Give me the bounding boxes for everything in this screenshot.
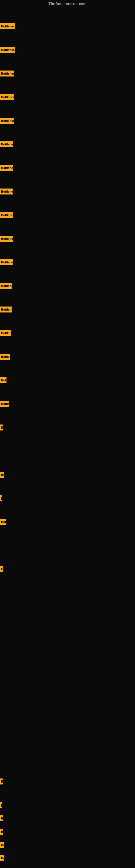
bottleneck-result-label: Bottlene — [0, 354, 10, 360]
bottleneck-result-label: Bottlen — [0, 401, 9, 407]
bar-row: Bo — [0, 471, 4, 478]
site-title: TheBottlenecker.com — [0, 0, 135, 8]
bar-row: Bottleneck res — [0, 211, 13, 219]
bar-row: Bottleneck result — [0, 23, 15, 30]
bottleneck-result-label: Bottleneck resu — [0, 94, 14, 100]
bottleneck-result-label: Bottleneck res — [0, 236, 13, 242]
bottleneck-result-label: E — [0, 815, 3, 822]
bar-row: Bo — [0, 841, 4, 849]
bar-row: Bottlen — [0, 400, 9, 408]
bar-row: E — [0, 565, 3, 573]
bottleneck-result-label: Bottleneck res — [0, 165, 13, 171]
bottleneck-result-label: Bottleneck resu — [0, 118, 14, 124]
bottleneck-result-label: Bot — [0, 377, 6, 383]
bottleneck-result-label: Bottleneck result — [0, 23, 15, 29]
bottleneck-result-label: Bottleneck resu — [0, 70, 14, 76]
bar-row: | — [0, 495, 2, 502]
bar-row: Bottleneck re — [0, 329, 11, 337]
bottleneck-result-label: Bottleneck res — [0, 141, 13, 147]
bottleneck-result-label: Bo — [0, 842, 4, 848]
bottleneck-result-label: Bottleneck res — [0, 259, 13, 265]
bar-row: Bott — [0, 518, 6, 526]
bottleneck-result-label: Bottleneck re — [0, 283, 12, 289]
bar-row: Bottleneck re — [0, 306, 12, 313]
bar-row: E — [0, 778, 3, 785]
bar-row: Bo — [0, 855, 4, 862]
bottleneck-result-label: Bo — [0, 855, 4, 861]
bottleneck-result-label: E — [0, 566, 3, 572]
bar-row: Bottlene — [0, 353, 10, 361]
bar-row: Bottleneck res — [0, 188, 13, 195]
bar-row: Bottleneck res — [0, 164, 13, 172]
bar-row: Bottleneck resu — [0, 93, 14, 101]
bottleneck-result-label: Bottleneck result — [0, 47, 15, 53]
bar-row: Bottleneck resu — [0, 117, 14, 124]
bottleneck-result-label: | — [0, 495, 2, 501]
bar-row: B — [0, 828, 3, 835]
bar-row: Bottleneck resu — [0, 70, 14, 77]
bottleneck-result-label: Bottleneck re — [0, 307, 12, 312]
bottleneck-result-label: B — [0, 425, 3, 431]
bottleneck-result-label: Bottleneck res — [0, 188, 13, 194]
bottleneck-result-label: Bottleneck res — [0, 212, 13, 218]
bottleneck-result-label: B — [0, 829, 3, 835]
bottleneck-result-label: | — [0, 802, 2, 808]
bar-row: E — [0, 814, 3, 822]
bar-row: | — [0, 801, 2, 809]
bottleneck-result-label: E — [0, 778, 3, 784]
bar-row: B — [0, 424, 3, 431]
bar-row: Bot — [0, 376, 6, 384]
bottleneck-result-label: Bottleneck re — [0, 330, 11, 336]
bar-row: Bottleneck re — [0, 282, 12, 290]
bottleneck-result-label: Bo — [0, 472, 4, 478]
bar-row: Bottleneck res — [0, 235, 13, 243]
bar-row: Bottleneck res — [0, 141, 13, 148]
bar-row: Bottleneck result — [0, 46, 15, 54]
bar-row: Bottleneck res — [0, 258, 13, 266]
bottleneck-result-label: Bott — [0, 519, 6, 525]
